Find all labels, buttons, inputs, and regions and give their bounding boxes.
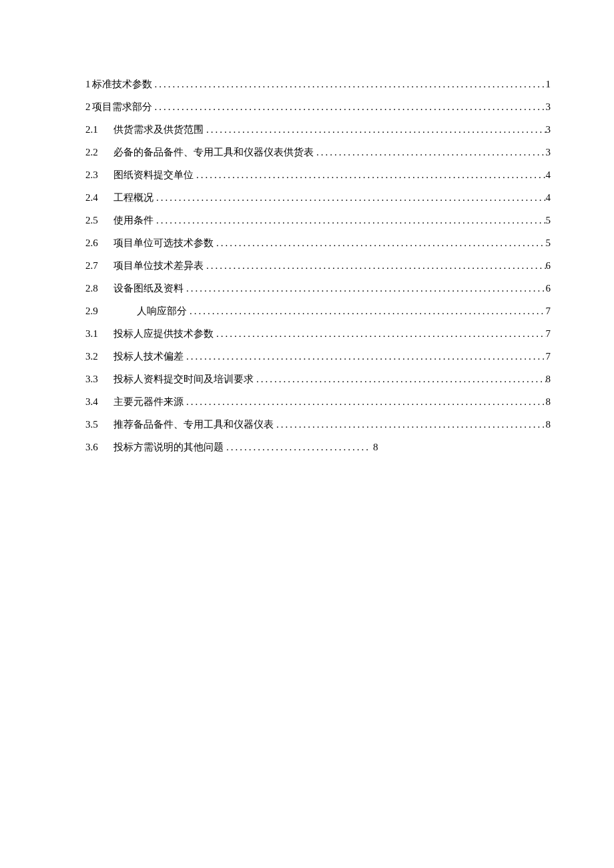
toc-title: 项目单位可选技术参数: [113, 236, 214, 251]
toc-number: 3.5: [85, 417, 113, 432]
toc-title: 投标方需说明的其他问题: [113, 440, 224, 455]
toc-entry[interactable]: 3.1 投标人应提供技术参数 7: [85, 326, 551, 342]
toc-number: 3.6: [85, 440, 113, 455]
toc-title: 投标人资料提交时间及培训要求: [113, 372, 254, 387]
toc-entry[interactable]: 2.3 图纸资料提交单位 4: [85, 167, 551, 183]
toc-title: 必备的备品备件、专用工具和仪器仪表供货表: [113, 145, 314, 160]
toc-number: 3.2: [85, 349, 113, 364]
toc-number: 3.1: [85, 326, 113, 342]
toc-number: 2.9: [85, 304, 113, 319]
toc-leader: [224, 440, 373, 455]
toc-title: 推荐备品备件、专用工具和仪器仪表: [113, 417, 274, 432]
toc-number: 2.1: [85, 122, 113, 137]
toc-leader: [214, 326, 546, 342]
toc-page-number: 7: [546, 326, 551, 342]
toc-leader: [154, 190, 546, 205]
toc-leader: [187, 304, 546, 319]
toc-page-number: 7: [546, 304, 551, 319]
toc-entry[interactable]: 2.1 供货需求及供货范围 3: [85, 122, 551, 137]
toc-entry[interactable]: 2.5 使用条件 5: [85, 213, 551, 228]
toc-title: 工程概况: [113, 190, 154, 205]
toc-entry[interactable]: 3.5 推荐备品备件、专用工具和仪器仪表 8: [85, 417, 551, 432]
toc-leader: [274, 417, 546, 432]
toc-page-number: 3: [546, 122, 551, 137]
toc-number: 3.3: [85, 372, 113, 387]
toc-page-number: 5: [546, 236, 551, 251]
toc-title: 标准技术参数: [92, 77, 152, 92]
toc-title: 使用条件: [113, 213, 154, 228]
toc-number: 2.3: [85, 167, 113, 183]
toc-page-number: 8: [373, 440, 378, 455]
toc-title: 人响应部分: [113, 304, 187, 319]
toc-page-number: 6: [546, 281, 551, 296]
toc-leader: [184, 281, 546, 296]
toc-entry[interactable]: 3.3 投标人资料提交时间及培训要求 8: [85, 372, 551, 387]
toc-entry[interactable]: 2.4 工程概况 4: [85, 190, 551, 205]
toc-number: 2.4: [85, 190, 113, 205]
toc-leader: [154, 213, 546, 228]
toc-number: 2.2: [85, 145, 113, 160]
toc-page-number: 4: [546, 167, 551, 183]
toc-page: 1 标准技术参数 1 2 项目需求部分 3 2.1 供货需求及供货范围 3 2.…: [0, 0, 614, 868]
toc-title: 主要元器件来源: [113, 394, 184, 410]
toc-leader: [152, 99, 546, 115]
toc-entry[interactable]: 2.9 人响应部分 7: [85, 304, 551, 319]
toc-entry[interactable]: 1 标准技术参数 1: [85, 77, 551, 92]
toc-entry[interactable]: 3.2 投标人技术偏差 7: [85, 349, 551, 364]
toc-number: 1: [85, 77, 91, 92]
toc-page-number: 8: [546, 394, 551, 410]
toc-title: 投标人应提供技术参数: [113, 326, 214, 342]
toc-title: 项目需求部分: [92, 99, 152, 115]
toc-entry[interactable]: 3.4 主要元器件来源 8: [85, 394, 551, 410]
toc-title: 投标人技术偏差: [113, 349, 184, 364]
toc-page-number: 5: [546, 213, 551, 228]
toc-leader: [204, 258, 546, 274]
toc-entry[interactable]: 2.8 设备图纸及资料 6: [85, 281, 551, 296]
toc-number: 2.6: [85, 236, 113, 251]
toc-page-number: 7: [546, 349, 551, 364]
toc-page-number: 4: [546, 190, 551, 205]
toc-page-number: 1: [546, 77, 551, 92]
toc-page-number: 8: [546, 417, 551, 432]
toc-leader: [194, 167, 546, 183]
toc-leader: [214, 236, 546, 251]
toc-leader: [204, 122, 546, 137]
toc-entry[interactable]: 3.6 投标方需说明的其他问题 8: [85, 440, 551, 455]
toc-entry[interactable]: 2 项目需求部分 3: [85, 99, 551, 115]
toc-number: 2: [85, 99, 91, 115]
toc-page-number: 8: [546, 372, 551, 387]
toc-number: 3.4: [85, 394, 113, 410]
toc-leader: [184, 349, 546, 364]
toc-page-number: 3: [546, 99, 551, 115]
toc-title: 设备图纸及资料: [113, 281, 184, 296]
toc-leader: [152, 77, 546, 92]
toc-page-number: 3: [546, 145, 551, 160]
toc-entry[interactable]: 2.7 项目单位技术差异表 6: [85, 258, 551, 274]
toc-number: 2.8: [85, 281, 113, 296]
toc-title: 图纸资料提交单位: [113, 167, 194, 183]
toc-page-number: 6: [546, 258, 551, 274]
toc-leader: [184, 394, 546, 410]
toc-leader: [314, 145, 546, 160]
toc-title: 项目单位技术差异表: [113, 258, 204, 274]
toc-number: 2.5: [85, 213, 113, 228]
toc-title: 供货需求及供货范围: [113, 122, 204, 137]
toc-entry[interactable]: 2.6 项目单位可选技术参数 5: [85, 236, 551, 251]
toc-entry[interactable]: 2.2 必备的备品备件、专用工具和仪器仪表供货表 3: [85, 145, 551, 160]
toc-number: 2.7: [85, 258, 113, 274]
toc-leader: [254, 372, 546, 387]
